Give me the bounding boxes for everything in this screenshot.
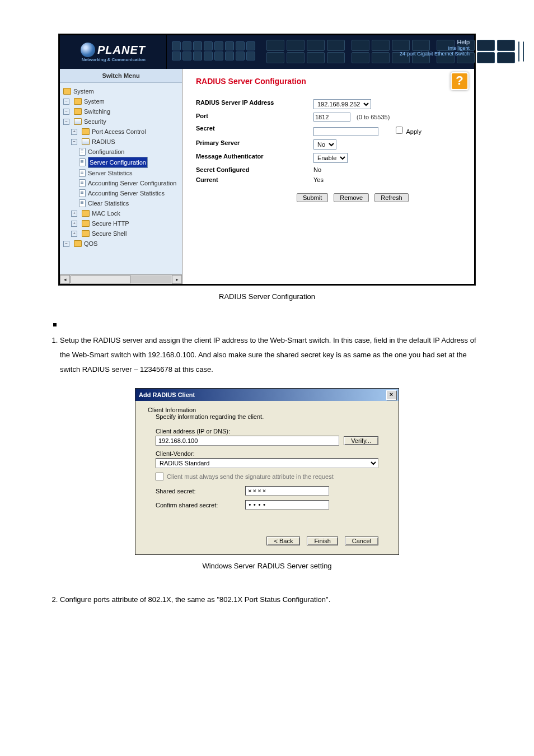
shared-secret-label: Shared secret: bbox=[156, 488, 245, 494]
confirm-secret-input[interactable] bbox=[245, 500, 329, 510]
collapse-icon[interactable]: − bbox=[63, 109, 69, 115]
apply-checkbox[interactable] bbox=[396, 127, 403, 134]
signature-checkbox[interactable] bbox=[156, 473, 163, 480]
collapse-icon[interactable]: − bbox=[63, 241, 69, 247]
folder-icon bbox=[82, 230, 90, 237]
nav-secure-shell[interactable]: Secure Shell bbox=[92, 228, 127, 239]
collapse-icon[interactable]: − bbox=[71, 139, 77, 145]
instruction-list: Setup the RADIUS server and assign the c… bbox=[48, 333, 486, 377]
page-icon bbox=[79, 169, 86, 177]
client-addr-input[interactable] bbox=[156, 436, 339, 446]
confirm-secret-label: Confirm shared secret: bbox=[156, 502, 245, 508]
header-right: Help Intelligent 24-port Gigabit Etherne… bbox=[400, 39, 470, 57]
submit-button[interactable]: Submit bbox=[297, 193, 328, 202]
horizontal-scrollbar[interactable]: ◂ ▸ bbox=[60, 274, 182, 284]
expand-icon[interactable]: + bbox=[71, 211, 77, 217]
scroll-thumb[interactable] bbox=[71, 276, 131, 283]
ip-select[interactable]: 192.168.99.252 bbox=[313, 99, 371, 109]
nav-radius[interactable]: RADIUS bbox=[92, 137, 115, 147]
value-secretconf: No bbox=[313, 166, 321, 173]
finish-button[interactable]: Finish bbox=[307, 536, 338, 545]
nav-switching[interactable]: Switching bbox=[84, 106, 110, 116]
nav-qos[interactable]: QOS bbox=[84, 239, 97, 249]
scroll-right-icon[interactable]: ▸ bbox=[172, 275, 182, 284]
label-secretconf: Secret Configured bbox=[196, 166, 313, 173]
client-addr-label: Client address (IP or DNS): bbox=[156, 428, 378, 435]
led-panel bbox=[172, 41, 255, 62]
page-icon bbox=[79, 148, 86, 156]
globe-icon bbox=[81, 43, 95, 57]
nav-system[interactable]: System bbox=[73, 86, 94, 96]
switch-ui-screenshot: PLANET Networking & Communication bbox=[58, 34, 476, 286]
remove-button[interactable]: Remove bbox=[334, 193, 369, 202]
section-bullet bbox=[53, 323, 57, 326]
label-primary: Primary Server bbox=[196, 139, 313, 150]
dialog-section-head: Client Information Specify information r… bbox=[148, 407, 386, 420]
brand-text: PLANET bbox=[97, 44, 146, 56]
section-subheading: Specify information regarding the client… bbox=[148, 413, 386, 420]
switch-body: Switch Menu System −System −Switching −S… bbox=[60, 69, 474, 284]
shared-secret-input[interactable] bbox=[245, 486, 329, 496]
help-icon[interactable]: ? bbox=[451, 72, 469, 90]
expand-icon[interactable]: + bbox=[71, 221, 77, 227]
label-port: Port bbox=[196, 113, 313, 122]
nav-security[interactable]: Security bbox=[84, 116, 106, 127]
add-radius-client-dialog: Add RADIUS Client × Client Information S… bbox=[135, 388, 399, 555]
vendor-select[interactable]: RADIUS Standard bbox=[156, 458, 378, 468]
vendor-label: Client-Vendor: bbox=[156, 450, 378, 457]
apply-label: Apply bbox=[406, 128, 422, 135]
dialog-title: Add RADIUS Client bbox=[139, 391, 195, 398]
collapse-icon[interactable]: − bbox=[63, 99, 69, 105]
folder-icon bbox=[63, 88, 71, 95]
device-illustration bbox=[172, 40, 435, 64]
nav-radius-conf[interactable]: Configuration bbox=[88, 147, 124, 157]
scroll-left-icon[interactable]: ◂ bbox=[60, 275, 70, 284]
nav-server-stats[interactable]: Server Statistics bbox=[88, 168, 132, 178]
document-page: PLANET Networking & Communication bbox=[0, 0, 534, 646]
content-pane: ? RADIUS Server Configuration RADIUS Ser… bbox=[182, 69, 474, 284]
port-input[interactable] bbox=[313, 113, 350, 122]
instruction-step-2: Configure ports attribute of 802.1X, the… bbox=[60, 592, 486, 607]
nav-acct-conf[interactable]: Accounting Server Configuration bbox=[88, 178, 176, 188]
sidebar-title: Switch Menu bbox=[60, 69, 182, 83]
signature-checkbox-label: Client must always send the signature at… bbox=[167, 473, 334, 480]
caption-2: Windows Server RADIUS Server setting bbox=[0, 562, 534, 570]
verify-button[interactable]: Verify... bbox=[344, 436, 378, 445]
close-icon[interactable]: × bbox=[386, 390, 396, 400]
help-link[interactable]: Help bbox=[400, 39, 470, 45]
nav-secure-http[interactable]: Secure HTTP bbox=[92, 218, 129, 228]
label-ip: RADIUS Server IP Address bbox=[196, 99, 313, 109]
cancel-button[interactable]: Cancel bbox=[345, 536, 378, 545]
folder-icon bbox=[82, 220, 90, 227]
primary-select[interactable]: No bbox=[313, 139, 336, 150]
switch-header: PLANET Networking & Communication bbox=[60, 35, 474, 69]
msgauth-select[interactable]: Enable bbox=[313, 153, 348, 163]
refresh-button[interactable]: Refresh bbox=[374, 193, 409, 202]
folder-icon bbox=[74, 108, 82, 115]
label-secret: Secret bbox=[196, 125, 313, 136]
nav-server-conf[interactable]: Server Configuration bbox=[88, 157, 148, 168]
page-icon bbox=[79, 179, 86, 187]
dialog-titlebar: Add RADIUS Client × bbox=[135, 389, 399, 401]
brand-subtitle: Networking & Communication bbox=[81, 57, 146, 62]
nav-mac-lock[interactable]: MAC Lock bbox=[92, 208, 120, 218]
page-title: RADIUS Server Configuration bbox=[196, 77, 466, 86]
nav-system-2[interactable]: System bbox=[84, 96, 105, 106]
expand-icon[interactable]: + bbox=[71, 129, 77, 135]
expand-icon[interactable]: + bbox=[71, 231, 77, 237]
caption-1: RADIUS Server Configuration bbox=[0, 292, 534, 301]
page-icon bbox=[79, 189, 86, 197]
back-button[interactable]: < Back bbox=[266, 536, 300, 545]
page-icon bbox=[79, 199, 86, 207]
folder-open-icon bbox=[74, 118, 82, 125]
nav-port-access[interactable]: Port Access Control bbox=[92, 127, 146, 137]
device-model-1: Intelligent bbox=[448, 45, 470, 51]
scroll-track[interactable] bbox=[71, 276, 171, 283]
folder-icon bbox=[82, 128, 90, 135]
collapse-icon[interactable]: − bbox=[63, 119, 69, 125]
label-msgauth: Message Authenticator bbox=[196, 153, 313, 163]
nav-acct-stats[interactable]: Accounting Server Statistics bbox=[88, 188, 165, 198]
nav-clear-stats[interactable]: Clear Statistics bbox=[88, 198, 129, 208]
secret-input[interactable] bbox=[313, 127, 378, 136]
section-heading: Client Information bbox=[148, 407, 386, 413]
